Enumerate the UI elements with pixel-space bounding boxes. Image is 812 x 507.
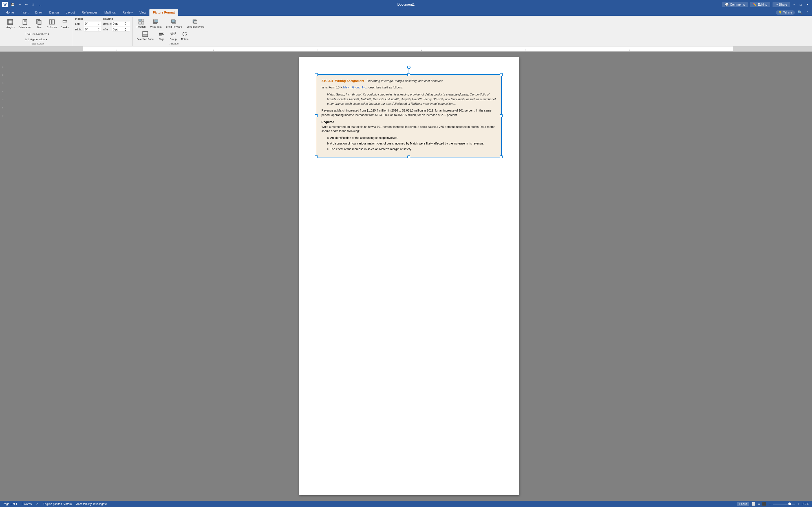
align-icon (158, 31, 165, 37)
ruler-left-margin (0, 47, 83, 51)
handle-top-middle[interactable] (407, 73, 410, 76)
svg-rect-27 (194, 20, 197, 23)
web-layout-button[interactable]: ≡ (758, 502, 760, 506)
indent-right-field[interactable] (85, 28, 96, 31)
spacing-after-field[interactable] (113, 28, 125, 31)
share-icon: ↗ (775, 3, 778, 6)
customize-button[interactable]: ⚙ (31, 2, 36, 7)
zoom-out-button[interactable]: − (769, 502, 770, 506)
indent-left-field[interactable] (85, 22, 96, 25)
handle-bottom-right[interactable] (500, 156, 503, 158)
maximize-button[interactable]: □ (799, 2, 803, 7)
read-mode-button[interactable]: ⬛ (762, 502, 766, 506)
close-button[interactable]: ✕ (805, 2, 810, 7)
zoom-slider[interactable] (773, 504, 795, 504)
rotate-button[interactable]: Rotate (179, 30, 191, 42)
tab-mailings[interactable]: Mailings (101, 9, 119, 16)
zoom-level: 107% (802, 503, 809, 506)
indent-left-input[interactable]: ▲ ▼ (84, 21, 101, 26)
undo-button[interactable]: ↩ (17, 2, 22, 7)
accessibility-info[interactable]: Accessibility: Investigate (76, 503, 107, 506)
wrap-text-button[interactable]: Wrap Text (148, 17, 163, 29)
zoom-thumb[interactable] (788, 503, 791, 505)
box-subtitle: Operating leverage, margin of safety, an… (366, 79, 443, 82)
margins-icon (7, 18, 13, 25)
breaks-button[interactable]: Breaks (59, 17, 70, 30)
indent-right-down[interactable]: ▼ (98, 29, 100, 32)
position-button[interactable]: Position (135, 17, 148, 29)
spacing-after-row: After: ▲ ▼ (103, 27, 130, 32)
tab-draw[interactable]: Draw (32, 9, 46, 16)
line-numbers-button[interactable]: 123 Line Numbers ▾ (24, 32, 51, 36)
spacing-before-input[interactable]: ▲ ▼ (112, 21, 130, 26)
share-button[interactable]: ↗ Share (772, 2, 790, 7)
zoom-in-button[interactable]: + (798, 502, 800, 506)
spacing-after-down[interactable]: ▼ (125, 29, 126, 32)
handle-middle-left[interactable] (315, 114, 318, 117)
indent-left-up[interactable]: ▲ (98, 21, 100, 24)
handle-bottom-left[interactable] (315, 156, 318, 158)
spacing-before-up[interactable]: ▲ (125, 21, 126, 24)
margins-button[interactable]: Margins (4, 17, 16, 30)
title-bar-left: W 💾 ↩ ↪ ⚙ … (2, 2, 43, 7)
spacing-after-input[interactable]: ▲ ▼ (112, 27, 130, 32)
save-button[interactable]: 💾 (10, 2, 16, 7)
selection-pane-button[interactable]: Selection Pane (135, 30, 156, 42)
spacing-before-field[interactable] (113, 22, 125, 25)
indent-left-down[interactable]: ▼ (98, 24, 100, 26)
indent-left-row: Left: ▲ ▼ (75, 21, 101, 26)
search-button[interactable]: 🔍 (797, 10, 804, 15)
indent-right-input[interactable]: ▲ ▼ (84, 27, 101, 32)
tab-layout[interactable]: Layout (62, 9, 79, 16)
wrap-text-icon (153, 18, 159, 25)
comments-button[interactable]: 💬 Comments (722, 2, 748, 7)
rotate-handle[interactable] (407, 66, 410, 69)
tell-me-box[interactable]: 💡 Tell me (776, 10, 795, 15)
ribbon-expand-button[interactable]: ⌃ (805, 10, 810, 15)
more-button[interactable]: … (37, 2, 43, 7)
redo-button[interactable]: ↪ (24, 2, 29, 7)
editing-button[interactable]: ✏️ Editing (750, 2, 770, 7)
tab-references[interactable]: References (79, 9, 101, 16)
tab-design[interactable]: Design (46, 9, 62, 16)
spacing-before-down[interactable]: ▼ (125, 24, 126, 26)
margin-num-1: 1 (2, 66, 3, 68)
print-layout-button[interactable]: ⬜ (751, 502, 756, 506)
content-box-wrapper[interactable]: ATC 3-4 Writing Assignment Operating lev… (316, 74, 502, 158)
tab-review[interactable]: Review (119, 9, 136, 16)
size-button[interactable]: Size (33, 17, 45, 30)
send-backward-button[interactable]: Send Backward (185, 17, 206, 29)
hyphenation-button[interactable]: a-b Hyphenation ▾ (24, 37, 51, 42)
tab-home[interactable]: Home (2, 9, 17, 16)
tab-insert[interactable]: Insert (17, 9, 32, 16)
align-button[interactable]: Align (156, 30, 167, 42)
atc-label: ATC 3-4 (321, 79, 333, 82)
content-box[interactable]: ATC 3-4 Writing Assignment Operating lev… (316, 74, 502, 158)
columns-button[interactable]: Columns (45, 17, 59, 30)
handle-bottom-middle[interactable] (407, 156, 410, 158)
orientation-button[interactable]: Orientation (17, 17, 33, 30)
tab-view[interactable]: View (136, 9, 150, 16)
group-button[interactable]: Group (167, 30, 179, 42)
list-item-c: c. The effect of the increase in sales o… (327, 147, 496, 152)
svg-rect-8 (38, 20, 41, 24)
selection-pane-icon (142, 31, 148, 37)
language-info[interactable]: English (United States) (43, 503, 71, 506)
minimize-button[interactable]: − (792, 2, 796, 7)
focus-button[interactable]: Focus (737, 502, 749, 506)
svg-rect-6 (24, 20, 26, 22)
doc-scroll[interactable]: ATC 3-4 Writing Assignment Operating lev… (6, 52, 812, 501)
indent-col: Indent Left: ▲ ▼ Right: (75, 17, 101, 32)
spell-check-icon[interactable]: ✓ (36, 503, 38, 506)
bring-forward-button[interactable]: Bring Forward (164, 17, 184, 29)
ruler: 1 2 3 4 5 6 (0, 47, 812, 52)
indent-right-up[interactable]: ▲ (98, 27, 100, 29)
list-text-c: The effect of the increase in sales on M… (330, 147, 412, 151)
tab-picture-format[interactable]: Picture Format (149, 9, 178, 16)
handle-top-left[interactable] (315, 73, 318, 76)
spacing-after-up[interactable]: ▲ (125, 27, 126, 29)
handle-top-right[interactable] (500, 73, 503, 76)
match-link[interactable]: Match Group, Inc. (343, 86, 367, 89)
handle-middle-right[interactable] (500, 114, 503, 117)
list-letter-a: a. (327, 136, 329, 139)
